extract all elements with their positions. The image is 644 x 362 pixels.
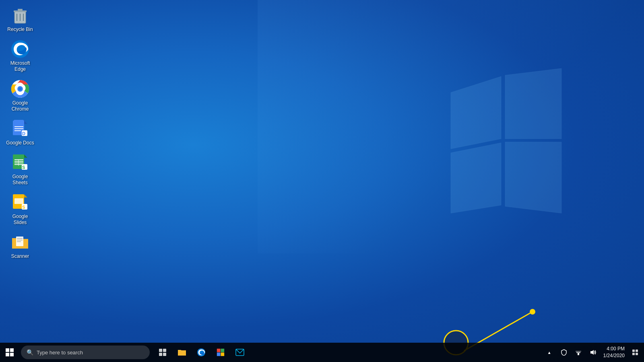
svg-rect-32	[14, 161, 23, 162]
taskbar: 🔍 Type here to search	[0, 343, 644, 362]
svg-rect-70	[632, 353, 635, 355]
google-docs-icon[interactable]: D Google Docs	[4, 117, 36, 147]
svg-rect-66	[576, 351, 581, 352]
svg-point-49	[530, 309, 535, 315]
windows-logo-watermark	[443, 68, 564, 217]
google-sheets-label: Google Sheets	[6, 174, 35, 185]
svg-rect-45	[17, 240, 23, 241]
system-clock[interactable]: 4:00 PM 1/24/2020	[600, 343, 628, 362]
svg-rect-56	[159, 353, 162, 356]
svg-rect-64	[578, 353, 579, 355]
clock-date: 1/24/2020	[603, 352, 625, 359]
svg-rect-68	[632, 350, 635, 352]
recycle-bin-icon[interactable]: Recycle Bin	[4, 4, 36, 34]
action-center-button[interactable]	[628, 343, 642, 362]
clock-time: 4:00 PM	[607, 346, 625, 352]
google-slides-icon[interactable]: S Google Slides	[4, 191, 36, 227]
svg-rect-61	[217, 352, 221, 356]
svg-text:S: S	[22, 165, 25, 170]
svg-rect-31	[14, 159, 23, 160]
taskbar-edge-button[interactable]	[192, 343, 211, 362]
task-view-button[interactable]	[153, 343, 172, 362]
taskbar-center-icons	[153, 343, 250, 362]
svg-marker-2	[451, 143, 501, 213]
search-icon: 🔍	[27, 349, 33, 356]
desktop-icons: Recycle Bin Microsoft Edge	[4, 4, 36, 261]
svg-marker-1	[505, 68, 561, 139]
taskbar-search-bar[interactable]: 🔍 Type here to search	[21, 346, 150, 359]
network-tray-icon[interactable]	[571, 343, 586, 362]
svg-rect-44	[17, 238, 23, 239]
google-docs-label: Google Docs	[6, 140, 34, 146]
svg-rect-69	[636, 350, 638, 352]
microsoft-store-button[interactable]	[211, 343, 230, 362]
volume-tray-icon[interactable]	[586, 343, 600, 362]
taskbar-right: ▲	[542, 343, 644, 362]
svg-rect-27	[14, 130, 21, 131]
svg-rect-46	[17, 241, 21, 242]
scanner-icon[interactable]: Scanner	[4, 231, 36, 261]
svg-rect-50	[6, 348, 9, 352]
desktop: Recycle Bin Microsoft Edge	[0, 0, 644, 362]
svg-marker-3	[505, 142, 561, 213]
svg-rect-52	[6, 353, 9, 356]
svg-marker-67	[590, 350, 594, 355]
google-chrome-icon[interactable]: Google Chrome	[4, 78, 36, 113]
google-slides-label: Google Slides	[6, 214, 35, 225]
svg-rect-5	[14, 10, 27, 12]
google-sheets-icon[interactable]: S Google Sheets	[4, 151, 36, 187]
google-chrome-label: Google Chrome	[6, 100, 35, 112]
svg-rect-39	[14, 198, 23, 204]
svg-rect-62	[221, 352, 224, 356]
svg-rect-55	[163, 349, 166, 352]
start-button[interactable]	[0, 343, 19, 362]
mail-button[interactable]	[230, 343, 250, 362]
file-explorer-button[interactable]	[172, 343, 192, 362]
microsoft-edge-icon[interactable]: Microsoft Edge	[4, 38, 36, 74]
svg-rect-6	[18, 9, 23, 10]
svg-rect-59	[217, 349, 221, 352]
svg-rect-26	[14, 128, 23, 129]
scanner-label: Scanner	[11, 253, 29, 259]
svg-rect-25	[14, 126, 23, 127]
svg-point-14	[19, 87, 22, 90]
svg-rect-51	[10, 348, 14, 352]
svg-text:S: S	[22, 205, 25, 210]
svg-rect-60	[221, 349, 224, 352]
search-placeholder-text: Type here to search	[37, 350, 83, 356]
svg-rect-33	[14, 162, 23, 163]
svg-marker-0	[451, 76, 501, 149]
svg-rect-57	[163, 353, 166, 356]
svg-rect-65	[576, 352, 580, 353]
svg-rect-54	[159, 349, 162, 352]
svg-rect-71	[636, 353, 638, 355]
svg-rect-53	[10, 353, 14, 356]
microsoft-edge-label: Microsoft Edge	[6, 60, 35, 72]
svg-text:D: D	[22, 131, 25, 136]
recycle-bin-label: Recycle Bin	[7, 27, 33, 32]
windows-security-tray-icon[interactable]	[557, 343, 571, 362]
show-hidden-icons-button[interactable]: ▲	[542, 343, 557, 362]
